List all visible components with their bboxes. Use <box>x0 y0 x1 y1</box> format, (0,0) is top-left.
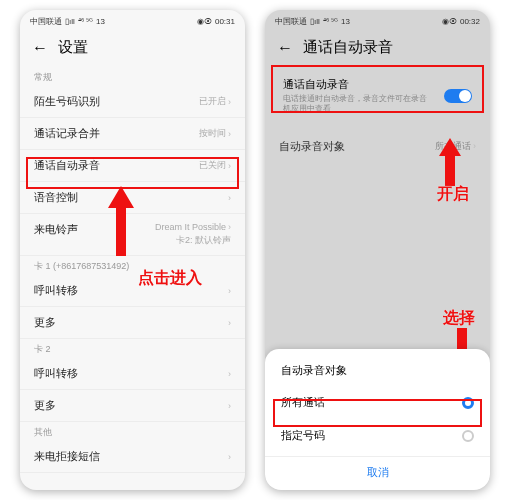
row-label: 来电拒接短信 <box>34 449 100 464</box>
carrier-label: 中国联通 <box>30 16 62 27</box>
row-sim2-forward[interactable]: 呼叫转移 › <box>20 358 245 390</box>
chevron-right-icon: › <box>228 452 231 462</box>
sheet-title: 自动录音对象 <box>265 359 490 386</box>
chevron-right-icon: › <box>228 193 231 203</box>
right-phone-frame: 中国联通 ▯ıll ⁴⁶ ⁵ᴳ 13 ◉⦿ 00:32 ← 通话自动录音 通话自… <box>265 10 490 490</box>
row-value: 所有通话 <box>435 140 471 153</box>
back-icon[interactable]: ← <box>32 39 48 57</box>
row-voice-control[interactable]: 语音控制 › <box>20 182 245 214</box>
carrier-label: 中国联通 <box>275 16 307 27</box>
chevron-right-icon: › <box>228 369 231 379</box>
row-value: 按时间 <box>199 127 226 140</box>
row-ringtone[interactable]: 来电铃声 Dream It Possible› 卡2: 默认铃声 <box>20 214 245 256</box>
left-phone-frame: 中国联通 ▯ıll ⁴⁶ ⁵ᴳ 13 ◉⦿ 00:31 ← 设置 常规 陌生号码… <box>20 10 245 490</box>
row-merge-calls[interactable]: 通话记录合并 按时间› <box>20 118 245 150</box>
statusbar: 中国联通 ▯ıll ⁴⁶ ⁵ᴳ 13 ◉⦿ 00:31 <box>20 10 245 30</box>
page-title: 设置 <box>58 38 88 57</box>
annotation-text-open: 开启 <box>437 184 469 205</box>
misc-icon: ◉⦿ <box>442 17 457 26</box>
row-sim2-more[interactable]: 更多 › <box>20 390 245 422</box>
page-header: ← 设置 <box>20 30 245 67</box>
battery-label: 13 <box>96 17 105 26</box>
section-sim1: 卡 1 (+8617687531492) <box>20 256 245 275</box>
back-icon[interactable]: ← <box>277 39 293 57</box>
radio-selected-icon <box>462 397 474 409</box>
row-auto-record[interactable]: 通话自动录音 已关闭› <box>20 150 245 182</box>
sheet-option-all-calls[interactable]: 所有通话 <box>265 386 490 419</box>
chevron-right-icon: › <box>228 401 231 411</box>
row-label: 通话记录合并 <box>34 126 100 141</box>
auto-record-title: 通话自动录音 <box>283 77 433 92</box>
chevron-right-icon: › <box>473 141 476 151</box>
auto-record-desc: 电话接通时自动录音，录音文件可在录音机应用中查看 <box>283 94 433 115</box>
row-sub1: Dream It Possible <box>155 222 226 232</box>
toggle-switch[interactable] <box>444 89 472 103</box>
annotation-text-select: 选择 <box>443 308 475 329</box>
chevron-right-icon: › <box>228 161 231 171</box>
radio-unselected-icon <box>462 430 474 442</box>
chevron-right-icon: › <box>228 97 231 107</box>
row-sim1-forward[interactable]: 呼叫转移 › <box>20 275 245 307</box>
signal-icon: ▯ıll <box>310 17 320 26</box>
option-label: 所有通话 <box>281 395 325 410</box>
option-label: 指定号码 <box>281 428 325 443</box>
net-label: ⁴⁶ ⁵ᴳ <box>78 17 93 26</box>
row-auto-record-toggle[interactable]: 通话自动录音 电话接通时自动录音，录音文件可在录音机应用中查看 <box>273 69 482 123</box>
row-label: 更多 <box>34 315 56 330</box>
row-label: 更多 <box>34 398 56 413</box>
row-sim1-more[interactable]: 更多 › <box>20 307 245 339</box>
chevron-right-icon: › <box>228 222 231 232</box>
row-label: 呼叫转移 <box>34 283 78 298</box>
row-sub2: 卡2: 默认铃声 <box>176 234 231 247</box>
row-value: 已关闭 <box>199 159 226 172</box>
chevron-right-icon: › <box>228 129 231 139</box>
section-other: 其他 <box>20 422 245 441</box>
row-value: 已开启 <box>199 95 226 108</box>
chevron-right-icon: › <box>228 318 231 328</box>
battery-label: 13 <box>341 17 350 26</box>
section-sim2: 卡 2 <box>20 339 245 358</box>
statusbar: 中国联通 ▯ıll ⁴⁶ ⁵ᴳ 13 ◉⦿ 00:32 <box>265 10 490 30</box>
page-header: ← 通话自动录音 <box>265 30 490 67</box>
sheet-cancel-button[interactable]: 取消 <box>265 456 490 486</box>
row-label: 语音控制 <box>34 190 78 205</box>
row-label: 通话自动录音 <box>34 158 100 173</box>
row-caller-id[interactable]: 陌生号码识别 已开启› <box>20 86 245 118</box>
row-label: 陌生号码识别 <box>34 94 100 109</box>
row-label: 来电铃声 <box>34 222 78 237</box>
net-label: ⁴⁶ ⁵ᴳ <box>323 17 338 26</box>
row-label: 自动录音对象 <box>279 139 345 154</box>
time-label: 00:31 <box>215 17 235 26</box>
page-title: 通话自动录音 <box>303 38 393 57</box>
sheet-option-specific[interactable]: 指定号码 <box>265 419 490 452</box>
row-reject-sms[interactable]: 来电拒接短信 › <box>20 441 245 473</box>
signal-icon: ▯ıll <box>65 17 75 26</box>
row-record-targets[interactable]: 自动录音对象 所有通话› <box>265 129 490 164</box>
section-general: 常规 <box>20 67 245 86</box>
bottom-sheet: 自动录音对象 所有通话 指定号码 取消 <box>265 349 490 490</box>
row-label: 呼叫转移 <box>34 366 78 381</box>
misc-icon: ◉⦿ <box>197 17 212 26</box>
time-label: 00:32 <box>460 17 480 26</box>
chevron-right-icon: › <box>228 286 231 296</box>
